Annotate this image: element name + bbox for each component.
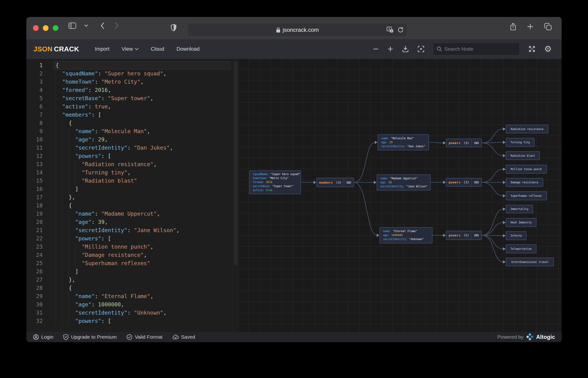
new-tab-icon[interactable]: [527, 23, 534, 31]
graph-node-p1[interactable]: powers(3): [446, 139, 482, 147]
search-node-input[interactable]: [444, 46, 516, 52]
editor-line[interactable]: 11"secretIdentity": "Dan Jukes",: [26, 144, 232, 152]
editor-line[interactable]: 14"Turning tiny",: [26, 168, 232, 177]
editor-line[interactable]: 10"age": 29,: [26, 135, 232, 144]
graph-node-m3[interactable]: name: "Eternal Flame"age: 1000000secretI…: [379, 227, 432, 243]
share-icon[interactable]: [510, 23, 516, 31]
sidebar-icon[interactable]: [68, 22, 76, 29]
editor-line[interactable]: 29"name": "Eternal Flame",: [26, 292, 232, 300]
editor-line[interactable]: 9"name": "Molecule Man",: [26, 127, 232, 135]
editor-line[interactable]: 28{: [26, 284, 232, 292]
saved-status[interactable]: Saved: [172, 334, 195, 340]
graph-node-p2[interactable]: powers(3): [446, 178, 482, 187]
user-icon: [33, 334, 39, 340]
login-button[interactable]: Login: [33, 334, 53, 340]
editor-line[interactable]: 32"powers": [: [26, 317, 232, 325]
upgrade-premium-button[interactable]: Upgrade to Premium: [63, 334, 117, 340]
fullscreen-icon[interactable]: [528, 45, 536, 53]
graph-node-l2[interactable]: Turning tiny: [506, 138, 535, 147]
editor-line[interactable]: 1{: [26, 61, 232, 69]
editor-line[interactable]: 31"secretIdentity": "Unknown",: [26, 309, 232, 317]
editor-line[interactable]: 16]: [26, 185, 232, 193]
zoom-out-icon[interactable]: [373, 46, 379, 52]
line-number: 6: [26, 103, 49, 111]
graph-canvas[interactable]: squadName: "Super hero squad"homeTown: "…: [239, 59, 562, 332]
line-code: "secretIdentity": "Jane Wilson",: [49, 226, 232, 234]
translate-icon[interactable]: A 文: [387, 27, 394, 33]
graph-node-l3[interactable]: Radiation blast: [506, 151, 540, 160]
editor-line[interactable]: 6"active": true,: [26, 103, 232, 111]
editor-line[interactable]: 15"Radiation blast": [26, 177, 232, 185]
editor-line[interactable]: 27},: [26, 276, 232, 284]
editor-line[interactable]: 25"Superhuman reflexes": [26, 259, 232, 268]
menu-import[interactable]: Import: [95, 46, 109, 52]
editor-line[interactable]: 12"powers": [: [26, 152, 232, 160]
editor-line[interactable]: 26]: [26, 268, 232, 276]
graph-node-l11[interactable]: Interdimensional travel: [506, 257, 554, 266]
graph-node-l4[interactable]: Million tonne punch: [506, 165, 547, 174]
search-node-box[interactable]: [433, 43, 520, 55]
menu-download[interactable]: Download: [176, 46, 199, 52]
menu-view[interactable]: View: [122, 46, 139, 52]
download-image-icon[interactable]: [402, 45, 409, 53]
reload-icon[interactable]: [397, 27, 404, 33]
editor-scrollbar[interactable]: [232, 59, 239, 332]
expand-link-icon[interactable]: [344, 178, 353, 187]
editor-line[interactable]: 23"Million tonne punch",: [26, 243, 232, 251]
graph-node-l8[interactable]: Heat Immunity: [506, 218, 536, 227]
graph-node-m2[interactable]: name: "Madame Uppercut"age: 39secretIden…: [377, 174, 431, 190]
graph-node-members[interactable]: members(3): [316, 178, 354, 187]
expand-link-icon[interactable]: [471, 231, 481, 239]
graph-node-l5[interactable]: Damage resistance: [506, 178, 543, 187]
line-number: 20: [26, 218, 49, 226]
graph-node-l9[interactable]: Inferno: [506, 231, 526, 240]
expand-link-icon[interactable]: [471, 139, 481, 147]
editor-line[interactable]: 22"powers": [: [26, 234, 232, 243]
zoom-in-icon[interactable]: [387, 46, 393, 52]
editor-line[interactable]: 5"secretBase": "Super tower",: [26, 94, 232, 103]
editor-line[interactable]: 4"formed": 2016,: [26, 86, 232, 94]
privacy-shield-icon[interactable]: [170, 24, 177, 32]
editor-line[interactable]: 3"homeTown": "Metro City",: [26, 78, 232, 86]
editor-line[interactable]: 8{: [26, 119, 232, 127]
editor-line[interactable]: 20"age": 39,: [26, 218, 232, 226]
zoom-window-button[interactable]: [53, 25, 58, 31]
editor-line[interactable]: 18{: [26, 202, 232, 210]
expand-link-icon[interactable]: [471, 178, 481, 186]
chevron-down-icon[interactable]: [84, 25, 88, 27]
json-editor[interactable]: 1{2"squadName": "Super hero squad",3"hom…: [26, 59, 232, 332]
editor-line[interactable]: 7"members": [: [26, 111, 232, 119]
graph-node-root[interactable]: squadName: "Super hero squad"homeTown: "…: [249, 170, 301, 194]
editor-line[interactable]: 30"age": 1000000,: [26, 300, 232, 309]
close-window-button[interactable]: [33, 25, 39, 31]
menu-cloud[interactable]: Cloud: [151, 46, 164, 52]
line-code: "Superhuman reflexes": [49, 259, 232, 268]
editor-line[interactable]: 19"name": "Madame Uppercut",: [26, 210, 232, 218]
line-number: 25: [26, 259, 49, 268]
url-text: jsoncrack.com: [283, 27, 319, 33]
graph-node-l7[interactable]: Immortality: [506, 205, 533, 213]
settings-gear-icon[interactable]: ⚙: [544, 45, 552, 53]
tabs-overview-icon[interactable]: [544, 23, 552, 31]
editor-line[interactable]: 2"squadName": "Super hero squad",: [26, 69, 232, 78]
address-bar[interactable]: jsoncrack.com A 文: [187, 23, 407, 37]
graph-node-p3[interactable]: powers(5): [446, 231, 482, 240]
editor-line[interactable]: 24"Damage resistance",: [26, 251, 232, 259]
scrollbar-thumb[interactable]: [234, 61, 237, 266]
powered-by[interactable]: Powered by Altogic: [497, 333, 555, 341]
minimize-window-button[interactable]: [43, 25, 49, 31]
editor-line[interactable]: 13"Radiation resistance",: [26, 160, 232, 168]
graph-node-l10[interactable]: Teleportation: [506, 244, 536, 253]
graph-node-m1[interactable]: name: "Molecule Man"age: 29secretIdentit…: [378, 134, 429, 150]
graph-node-l6[interactable]: Superhuman reflexes: [506, 191, 547, 200]
valid-format-status[interactable]: Valid Format: [127, 334, 162, 340]
back-icon[interactable]: [100, 22, 105, 29]
graph-node-l1[interactable]: Radiation resistance: [506, 125, 549, 133]
editor-lines: 1{2"squadName": "Super hero squad",3"hom…: [26, 61, 232, 325]
editor-line[interactable]: 21"secretIdentity": "Jane Wilson",: [26, 226, 232, 234]
line-code: "squadName": "Super hero squad",: [49, 69, 232, 78]
jsoncrack-logo[interactable]: JSONCRACK: [33, 45, 79, 53]
editor-line[interactable]: 17},: [26, 193, 232, 202]
forward-icon[interactable]: [115, 22, 119, 29]
center-focus-icon[interactable]: [418, 45, 425, 53]
